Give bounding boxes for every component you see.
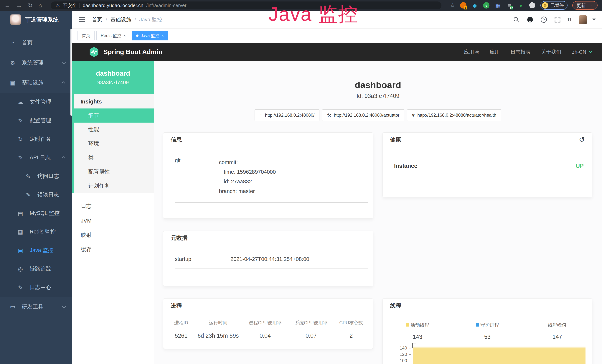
sidebar-item-redis[interactable]: ▦ Redis 监控 bbox=[0, 223, 72, 241]
y-tick-label: 120 bbox=[394, 352, 407, 357]
breadcrumb-home[interactable]: 首页 bbox=[92, 16, 102, 23]
help-icon[interactable]: ? bbox=[540, 16, 547, 23]
extensions-puzzle-icon[interactable] bbox=[529, 2, 536, 9]
kebab-menu-icon[interactable]: ⋮ bbox=[589, 3, 593, 8]
sidebar-item-access-log[interactable]: ✎ 访问日志 bbox=[0, 167, 72, 185]
legend-peak-threads: 线程峰值 bbox=[522, 322, 592, 328]
history-icon[interactable]: ↺ bbox=[579, 136, 585, 144]
language-select[interactable]: zh-CN bbox=[572, 49, 591, 55]
sidebar-item-api-log[interactable]: ✎ API 日志 bbox=[0, 148, 72, 167]
threads-card: 线程 活动线程 守护进程 bbox=[383, 298, 592, 364]
security-label[interactable]: 不安全 bbox=[63, 2, 76, 9]
divider bbox=[395, 176, 588, 176]
reload-icon[interactable]: ↻ bbox=[28, 3, 33, 8]
sba-item-classes[interactable]: 类 bbox=[74, 151, 154, 165]
sidebar-item-mysql[interactable]: ▤ MySQL 监控 bbox=[0, 204, 72, 223]
wrench-icon: ⚒ bbox=[327, 113, 331, 118]
column-header: 进程CPU使用率 bbox=[242, 320, 288, 326]
monitor-icon: ▣ bbox=[9, 80, 16, 86]
app-logo bbox=[10, 14, 21, 25]
extension-leaf-icon[interactable]: ● bbox=[517, 2, 524, 9]
log-icon: ✎ bbox=[17, 154, 24, 161]
home-icon[interactable]: ⌂ bbox=[39, 3, 42, 8]
tag-tabs-bar: 首页 Redis 监控 × Java 监控 × bbox=[72, 29, 602, 43]
svg-text:?: ? bbox=[543, 18, 545, 22]
sidebar-item-system[interactable]: ⚙ 系统管理 bbox=[0, 53, 72, 73]
endpoint-home-link[interactable]: ⌂ http://192.168.0.2:48080/ bbox=[255, 109, 320, 121]
sidebar-item-tracing[interactable]: ◎ 链路追踪 bbox=[0, 260, 72, 278]
sba-link-journal[interactable]: 日志报表 bbox=[510, 49, 530, 55]
sba-item-mappings[interactable]: 映射 bbox=[72, 228, 154, 242]
sba-hexagon-logo bbox=[89, 47, 99, 57]
topbar-icons: ? tT bbox=[513, 15, 596, 24]
close-icon[interactable]: × bbox=[162, 33, 164, 38]
sba-item-jvm[interactable]: JVM bbox=[72, 214, 154, 228]
sba-item-config-props[interactable]: 配置属性 bbox=[74, 165, 154, 179]
app-logo-row[interactable]: 芋道管理系统 bbox=[0, 11, 72, 29]
breadcrumb-infra[interactable]: 基础设施 bbox=[110, 16, 131, 23]
sba-item-details[interactable]: 细节 bbox=[74, 108, 154, 123]
y-tick-label: 140 bbox=[394, 345, 407, 351]
extension-y-icon[interactable]: y bbox=[483, 2, 490, 9]
chrome-right-cluster: ☆ 1 ◆ y ▦ ≡ on ● ☺ 已暂停 更新 ⋮ bbox=[450, 1, 598, 10]
sba-item-caches[interactable]: 缓存 bbox=[72, 242, 154, 257]
column-header: CPU核心数 bbox=[334, 320, 368, 326]
fullscreen-icon[interactable] bbox=[554, 16, 561, 23]
search-icon[interactable] bbox=[513, 16, 520, 23]
sidebar-item-dev-tools[interactable]: ▭ 研发工具 bbox=[0, 297, 72, 317]
sidebar-item-jobs[interactable]: ↻ 定时任务 bbox=[0, 130, 72, 148]
tab-redis-monitor[interactable]: Redis 监控 × bbox=[97, 31, 130, 40]
database-icon: ▤ bbox=[17, 210, 24, 217]
sba-item-environment[interactable]: 环境 bbox=[74, 137, 154, 151]
cards-grid: 信息 git commit: time: 1596289704000 id: 2… bbox=[154, 121, 602, 364]
address-bar[interactable]: ⚠ 不安全 dashboard.yudao.iocoder.cn /infra/… bbox=[51, 1, 441, 9]
extension-grid-icon[interactable]: ▦ bbox=[494, 2, 501, 9]
metadata-value: 2021-04-27T00:44:31.254+08:00 bbox=[230, 256, 309, 262]
sidebar-scrollbar-thumb[interactable] bbox=[70, 29, 72, 116]
gear-icon: ⚙ bbox=[9, 60, 16, 66]
avatar-caret-icon[interactable] bbox=[592, 19, 596, 21]
sba-link-wallboard[interactable]: 应用墙 bbox=[464, 49, 479, 55]
column-header: 进程ID bbox=[168, 320, 194, 326]
tab-home[interactable]: 首页 bbox=[77, 31, 95, 40]
sba-link-about[interactable]: 关于我们 bbox=[541, 49, 561, 55]
process-pid: 5261 bbox=[168, 332, 194, 339]
sidebar-item-config[interactable]: ✎ 配置管理 bbox=[0, 111, 72, 130]
hamburger-icon[interactable] bbox=[79, 17, 85, 22]
tab-java-monitor[interactable]: Java 监控 × bbox=[132, 31, 168, 40]
font-size-icon[interactable]: tT bbox=[568, 17, 572, 23]
sba-item-logs[interactable]: 日志 bbox=[72, 199, 154, 214]
active-threads-value: 143 bbox=[383, 334, 452, 340]
update-button[interactable]: 更新 ⋮ bbox=[572, 1, 598, 10]
profile-paused-chip[interactable]: ☺ 已暂停 bbox=[540, 1, 568, 10]
threads-card-header: 线程 bbox=[383, 299, 592, 313]
forward-icon[interactable]: → bbox=[16, 3, 22, 8]
metadata-card-header: 元数据 bbox=[163, 231, 373, 245]
chevron-down-icon bbox=[62, 60, 66, 64]
github-icon[interactable] bbox=[527, 16, 534, 23]
user-avatar[interactable] bbox=[579, 15, 587, 24]
dashboard-icon: ◔ bbox=[9, 40, 16, 46]
sba-link-applications[interactable]: 应用 bbox=[490, 49, 500, 55]
sidebar-item-error-log[interactable]: ✎ 错误日志 bbox=[0, 185, 72, 204]
sba-brand[interactable]: Spring Boot Admin bbox=[89, 47, 162, 57]
bookmark-star-icon[interactable]: ☆ bbox=[450, 3, 455, 8]
sidebar-item-infra[interactable]: ▣ 基础设施 bbox=[0, 73, 72, 93]
sidebar-item-home[interactable]: ◔ 首页 bbox=[0, 33, 72, 53]
y-tick-label: 100 bbox=[394, 358, 407, 363]
close-icon[interactable]: × bbox=[123, 33, 126, 38]
sidebar-item-log-center[interactable]: ✎ 日志中心 bbox=[0, 278, 72, 297]
sba-item-metrics[interactable]: 性能 bbox=[74, 123, 154, 137]
sidebar-item-java-monitor[interactable]: ▣ Java 监控 bbox=[0, 241, 72, 260]
extension-orange-icon[interactable]: 1 bbox=[460, 2, 467, 9]
sba-item-scheduled-tasks[interactable]: 计划任务 bbox=[74, 179, 154, 193]
extension-on-icon[interactable]: ≡ on bbox=[506, 2, 513, 9]
extension-pin-icon[interactable]: ◆ bbox=[472, 2, 478, 9]
sidebar-item-files[interactable]: ☁ 文件管理 bbox=[0, 93, 72, 111]
cloud-icon: ☁ bbox=[17, 99, 24, 105]
back-icon[interactable]: ← bbox=[4, 3, 10, 8]
insights-section: Insights 细节 性能 环境 类 配置属性 计划任务 bbox=[72, 94, 154, 193]
endpoint-actuator-link[interactable]: ⚒ http://192.168.0.2:48080/actuator bbox=[322, 109, 404, 121]
sba-instance-header[interactable]: dashboard 93a3fc7f7409 bbox=[72, 61, 154, 94]
endpoint-health-link[interactable]: ♥ http://192.168.0.2:48080/actuator/heal… bbox=[407, 109, 501, 121]
